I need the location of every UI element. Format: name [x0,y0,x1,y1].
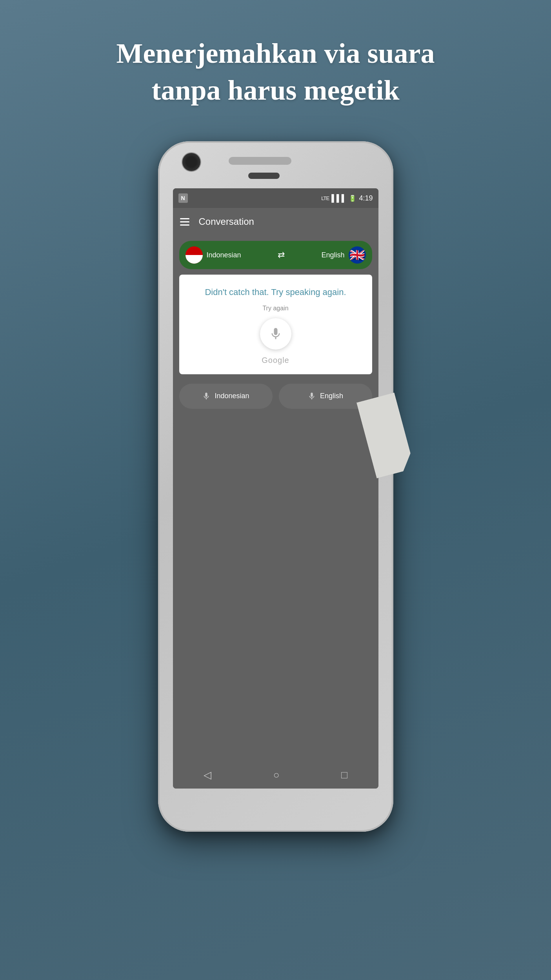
back-button[interactable]: ◁ [204,769,211,781]
signal-icon: ▌▌▌ [331,194,346,202]
phone-earpiece [248,173,280,179]
phone-camera [182,152,201,172]
language-bar[interactable]: Indonesian ⇄ English [179,241,372,269]
mic-icon [269,327,283,341]
app-title: Conversation [199,216,254,227]
phone-screen: N LTE ▌▌▌ 🔋 4:19 Conversation [173,188,378,789]
english-button-label: English [320,392,343,400]
nav-bar: ◁ ○ □ [173,761,378,789]
battery-icon: 🔋 [349,195,356,202]
lte-icon: LTE [321,195,329,201]
source-language-section[interactable]: Indonesian [185,246,241,264]
google-logo: Google [262,356,289,365]
speech-error-message: Didn't catch that. Try speaking again. [205,286,346,299]
status-bar: N LTE ▌▌▌ 🔋 4:19 [173,188,378,208]
try-again-link[interactable]: Try again [262,305,288,312]
indonesian-voice-button[interactable]: Indonesian [179,384,273,409]
indonesian-button-label: Indonesian [215,392,249,400]
menu-button[interactable] [180,218,189,226]
swap-languages-button[interactable]: ⇄ [278,250,285,260]
headline-line2: tanpa harus megetik [151,75,399,106]
target-language-label: English [321,251,344,259]
status-right: LTE ▌▌▌ 🔋 4:19 [321,194,373,202]
recents-button[interactable]: □ [341,769,347,781]
indonesia-flag [185,246,203,264]
target-language-section[interactable]: English [321,246,366,264]
phone-speaker [229,157,291,165]
notification-icon: N [178,193,188,203]
home-button[interactable]: ○ [273,769,280,781]
uk-flag [349,246,366,264]
status-time: 4:19 [359,194,373,202]
source-language-label: Indonesian [207,251,241,259]
mic-icon-english [307,392,316,401]
phone-wrapper: N LTE ▌▌▌ 🔋 4:19 Conversation [158,141,393,871]
phone-body: N LTE ▌▌▌ 🔋 4:19 Conversation [158,141,393,832]
app-bar: Conversation [173,208,378,235]
status-left: N [178,193,188,203]
microphone-button[interactable] [260,318,291,350]
headline: Menerjemahkan via suara tanpa harus mege… [0,35,551,109]
headline-line1: Menerjemahkan via suara [116,38,435,69]
mic-icon-indonesian [202,392,211,401]
speech-card: Didn't catch that. Try speaking again. T… [179,275,372,374]
bottom-voice-buttons: Indonesian English [173,374,378,409]
